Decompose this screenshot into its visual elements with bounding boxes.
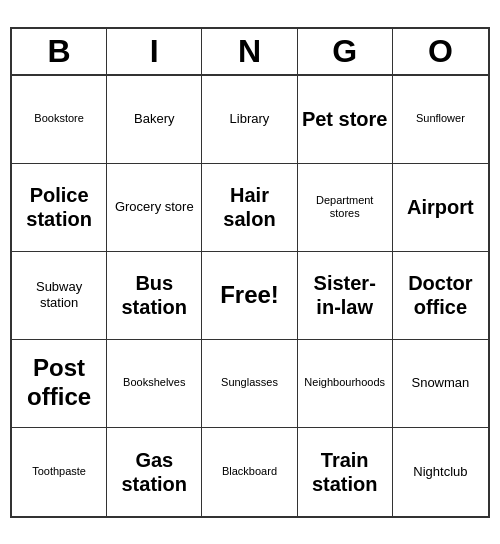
bingo-cell-2[interactable]: Library	[202, 76, 297, 164]
bingo-header: BINGO	[12, 29, 488, 76]
bingo-cell-20[interactable]: Toothpaste	[12, 428, 107, 516]
cell-text-3: Pet store	[302, 107, 388, 131]
bingo-cell-13[interactable]: Sister-in-law	[298, 252, 393, 340]
cell-text-23: Train station	[302, 448, 388, 496]
cell-text-6: Grocery store	[115, 199, 194, 215]
bingo-cell-0[interactable]: Bookstore	[12, 76, 107, 164]
bingo-cell-1[interactable]: Bakery	[107, 76, 202, 164]
cell-text-1: Bakery	[134, 111, 174, 127]
bingo-cell-18[interactable]: Neighbourhoods	[298, 340, 393, 428]
bingo-cell-23[interactable]: Train station	[298, 428, 393, 516]
cell-text-9: Airport	[407, 195, 474, 219]
cell-text-14: Doctor office	[397, 271, 484, 319]
cell-text-13: Sister-in-law	[302, 271, 388, 319]
bingo-cell-4[interactable]: Sunflower	[393, 76, 488, 164]
cell-text-15: Post office	[16, 354, 102, 412]
cell-text-18: Neighbourhoods	[304, 376, 385, 389]
cell-text-19: Snowman	[411, 375, 469, 391]
bingo-cell-16[interactable]: Bookshelves	[107, 340, 202, 428]
bingo-grid: BookstoreBakeryLibraryPet storeSunflower…	[12, 76, 488, 516]
cell-text-22: Blackboard	[222, 465, 277, 478]
bingo-cell-9[interactable]: Airport	[393, 164, 488, 252]
header-letter-o: O	[393, 29, 488, 74]
bingo-cell-14[interactable]: Doctor office	[393, 252, 488, 340]
bingo-cell-19[interactable]: Snowman	[393, 340, 488, 428]
cell-text-5: Police station	[16, 183, 102, 231]
bingo-cell-22[interactable]: Blackboard	[202, 428, 297, 516]
cell-text-7: Hair salon	[206, 183, 292, 231]
cell-text-11: Bus station	[111, 271, 197, 319]
cell-text-8: Department stores	[302, 194, 388, 220]
bingo-cell-5[interactable]: Police station	[12, 164, 107, 252]
cell-text-16: Bookshelves	[123, 376, 185, 389]
bingo-cell-7[interactable]: Hair salon	[202, 164, 297, 252]
bingo-cell-12[interactable]: Free!	[202, 252, 297, 340]
bingo-card: BINGO BookstoreBakeryLibraryPet storeSun…	[10, 27, 490, 518]
cell-text-0: Bookstore	[34, 112, 84, 125]
cell-text-17: Sunglasses	[221, 376, 278, 389]
header-letter-n: N	[202, 29, 297, 74]
bingo-cell-24[interactable]: Nightclub	[393, 428, 488, 516]
bingo-cell-11[interactable]: Bus station	[107, 252, 202, 340]
cell-text-20: Toothpaste	[32, 465, 86, 478]
bingo-cell-10[interactable]: Subway station	[12, 252, 107, 340]
cell-text-10: Subway station	[16, 279, 102, 310]
bingo-cell-3[interactable]: Pet store	[298, 76, 393, 164]
header-letter-g: G	[298, 29, 393, 74]
bingo-cell-21[interactable]: Gas station	[107, 428, 202, 516]
cell-text-4: Sunflower	[416, 112, 465, 125]
bingo-cell-8[interactable]: Department stores	[298, 164, 393, 252]
bingo-cell-17[interactable]: Sunglasses	[202, 340, 297, 428]
header-letter-b: B	[12, 29, 107, 74]
header-letter-i: I	[107, 29, 202, 74]
bingo-cell-15[interactable]: Post office	[12, 340, 107, 428]
cell-text-21: Gas station	[111, 448, 197, 496]
cell-text-12: Free!	[220, 281, 279, 310]
cell-text-24: Nightclub	[413, 464, 467, 480]
cell-text-2: Library	[230, 111, 270, 127]
bingo-cell-6[interactable]: Grocery store	[107, 164, 202, 252]
